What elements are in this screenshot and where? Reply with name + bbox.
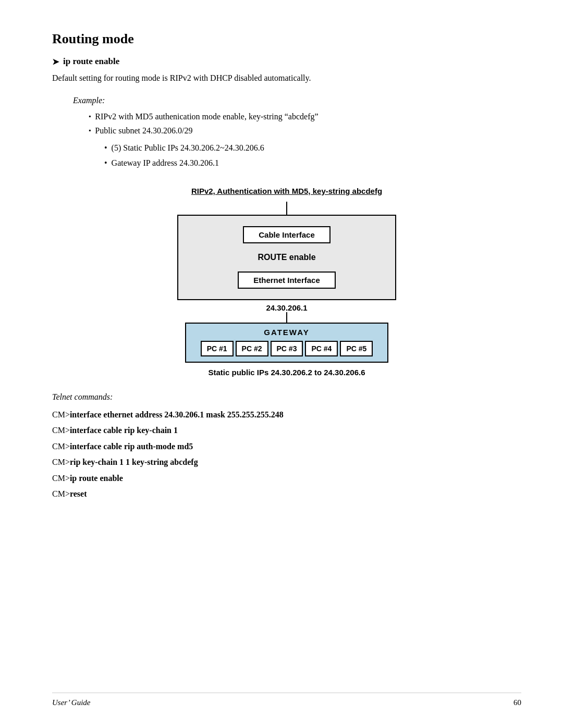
cmd-text-6: reset: [70, 489, 87, 498]
diagram-bottom-label: Static public IPs 24.30.206.2 to 24.30.2…: [208, 368, 365, 377]
command-6: CM>reset: [52, 486, 521, 502]
pc-box-5: PC #5: [340, 341, 373, 356]
sub-bullet-list: (5) Static Public IPs 24.30.206.2~24.30.…: [104, 141, 521, 171]
cmd-text-3: interface cable rip auth-mode md5: [70, 442, 193, 451]
command-5: CM>ip route enable: [52, 471, 521, 486]
footer: User’ Guide 60: [52, 693, 521, 707]
pc-box-1: PC #1: [201, 341, 234, 356]
example-label: Example:: [73, 96, 521, 105]
cmd-prefix-2: CM>: [52, 426, 70, 435]
command-3: CM>interface cable rip auth-mode md5: [52, 439, 521, 454]
command-4: CM>rip key-chain 1 1 key-string abcdefg: [52, 454, 521, 470]
command-2: CM>interface cable rip key-chain 1: [52, 423, 521, 438]
cmd-text-4: rip key-chain 1 1 key-string abcdefg: [70, 458, 198, 466]
ip-address-label: 24.30.206.1: [266, 303, 307, 312]
page-title: Routing mode: [52, 31, 521, 47]
list-item-2: Public subnet 24.30.206.0/29: [89, 124, 521, 138]
cmd-prefix-6: CM>: [52, 489, 70, 498]
arrow-icon: ➤: [52, 57, 59, 67]
list-item-1: RIPv2 with MD5 authenication mode enable…: [89, 109, 521, 124]
pc-box-2: PC #2: [236, 341, 268, 356]
pc-box-3: PC #3: [271, 341, 303, 356]
cable-interface-box: Cable Interface: [243, 226, 331, 243]
main-box: Cable Interface ROUTE enable Ethernet In…: [177, 215, 396, 300]
footer-label: User’ Guide: [52, 698, 90, 707]
description-text: Default setting for routing mode is RIPv…: [52, 72, 521, 84]
pc-row: PC #1 PC #2 PC #3 PC #4 PC #5: [201, 341, 373, 356]
telnet-label: Telnet commands:: [52, 392, 521, 402]
cmd-text-2: interface cable rip key-chain 1: [70, 426, 178, 435]
gateway-label: GATEWAY: [264, 328, 309, 337]
diagram: RIPv2, Authentication with MD5, key-stri…: [52, 187, 521, 377]
cmd-prefix-1: CM>: [52, 410, 70, 419]
cmd-text-1: interface ethernet address 24.30.206.1 m…: [70, 410, 284, 419]
diagram-title: RIPv2, Authentication with MD5, key-stri…: [191, 187, 382, 195]
connector-line-top: [286, 202, 287, 215]
pc-box-4: PC #4: [305, 341, 338, 356]
sub-list-item-1: (5) Static Public IPs 24.30.206.2~24.30.…: [104, 141, 521, 156]
connector-line-bottom: [286, 312, 287, 323]
cmd-prefix-4: CM>: [52, 458, 70, 466]
cmd-prefix-3: CM>: [52, 442, 70, 451]
route-enable-label: ROUTE enable: [258, 253, 315, 262]
bullet-list: RIPv2 with MD5 authenication mode enable…: [89, 109, 521, 138]
footer-page: 60: [513, 698, 521, 707]
command-1: CM>interface ethernet address 24.30.206.…: [52, 407, 521, 423]
ethernet-interface-box: Ethernet Interface: [238, 272, 336, 289]
gateway-pc-container: GATEWAY PC #1 PC #2 PC #3 PC #4 PC #5: [185, 323, 388, 363]
cmd-text-5: ip route enable: [70, 474, 123, 483]
subsection-title: ➤ ip route enable: [52, 56, 521, 67]
sub-list-item-2: Gateway IP address 24.30.206.1: [104, 156, 521, 171]
cmd-prefix-5: CM>: [52, 474, 70, 483]
